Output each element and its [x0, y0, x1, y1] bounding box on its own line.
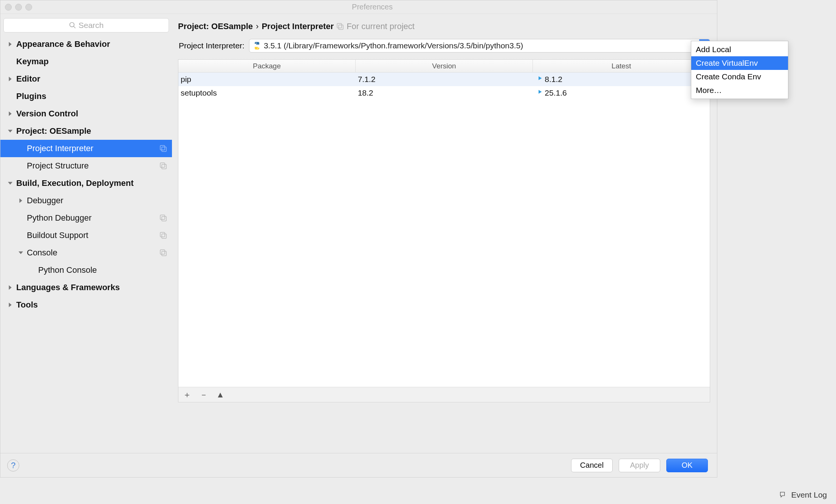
sidebar-item-label: Plugins: [16, 91, 46, 101]
sidebar-item[interactable]: Editor: [0, 70, 172, 88]
tree-arrow-icon: [7, 180, 13, 186]
table-header: Package Version Latest: [178, 60, 710, 73]
menu-item[interactable]: Add Local: [691, 43, 788, 56]
tree-arrow-icon: [7, 284, 13, 291]
sidebar-item[interactable]: Languages & Frameworks: [0, 279, 172, 296]
main-panel: Project: OESample › Project Interpreter …: [172, 14, 717, 453]
cell-latest: 25.1.6: [533, 86, 710, 99]
sidebar-item[interactable]: Appearance & Behavior: [0, 36, 172, 53]
apply-button[interactable]: Apply: [619, 459, 660, 472]
minimize-window-button[interactable]: [15, 4, 22, 11]
menu-item[interactable]: Create VirtualEnv: [691, 56, 788, 70]
breadcrumb-hint: For current project: [347, 22, 415, 31]
tree-arrow-icon: [7, 41, 13, 47]
python-icon: [252, 41, 262, 50]
cell-latest: 8.1.2: [533, 73, 710, 86]
menu-item[interactable]: More…: [691, 83, 788, 97]
tree-arrow-icon: [18, 163, 24, 169]
sidebar-item-label: Python Debugger: [27, 213, 91, 223]
preferences-dialog: Preferences Search Appearance & Behavior…: [0, 0, 717, 478]
tree-arrow-icon: [7, 302, 13, 308]
titlebar: Preferences: [0, 0, 717, 14]
sidebar-item[interactable]: Version Control: [0, 105, 172, 122]
menu-item[interactable]: Create Conda Env: [691, 70, 788, 83]
interpreter-combo[interactable]: 3.5.1 (/Library/Frameworks/Python.framew…: [249, 39, 710, 53]
sidebar-item-label: Keymap: [16, 57, 49, 66]
svg-rect-11: [162, 251, 166, 256]
col-version[interactable]: Version: [356, 60, 533, 72]
svg-rect-7: [162, 216, 166, 221]
search-input[interactable]: Search: [3, 18, 169, 32]
svg-rect-10: [160, 250, 165, 254]
sidebar-item-label: Project: OESample: [16, 126, 91, 136]
cell-version: 18.2: [356, 86, 533, 99]
project-scope-icon: [337, 23, 344, 30]
cancel-button[interactable]: Cancel: [571, 459, 613, 472]
event-log-label[interactable]: Event Log: [791, 490, 827, 499]
cell-package: setuptools: [178, 86, 356, 99]
dialog-footer: ? Cancel Apply OK: [0, 453, 717, 477]
table-toolbar: ＋ － ▲: [178, 387, 710, 402]
col-latest[interactable]: Latest: [533, 60, 710, 72]
sidebar-item[interactable]: Python Console: [0, 261, 172, 279]
remove-package-button[interactable]: －: [199, 389, 209, 400]
tree-arrow-icon: [7, 111, 13, 117]
close-window-button[interactable]: [5, 4, 12, 11]
svg-rect-4: [160, 163, 165, 167]
sidebar-item[interactable]: Project Interpreter: [0, 140, 172, 157]
tree-arrow-icon: [7, 59, 13, 65]
table-row[interactable]: setuptools18.225.1.6: [178, 86, 710, 100]
sidebar-item[interactable]: Project: OESample: [0, 122, 172, 140]
sidebar-item-label: Console: [27, 248, 57, 258]
tree-arrow-icon: [7, 128, 13, 134]
sidebar-item[interactable]: Tools: [0, 296, 172, 314]
svg-rect-6: [160, 215, 165, 220]
breadcrumb-project: Project: OESample: [178, 22, 253, 31]
breadcrumb-page: Project Interpreter: [262, 22, 334, 31]
event-log-icon: [779, 491, 787, 499]
tree-arrow-icon: [18, 232, 24, 238]
svg-line-1: [73, 26, 75, 28]
sidebar-item[interactable]: Buildout Support: [0, 227, 172, 244]
sidebar-item-label: Version Control: [16, 109, 78, 119]
add-package-button[interactable]: ＋: [182, 389, 192, 400]
svg-rect-8: [160, 232, 165, 237]
packages-table: Package Version Latest pip7.1.28.1.2setu…: [178, 59, 710, 402]
col-package[interactable]: Package: [178, 60, 356, 72]
sidebar-item-label: Appearance & Behavior: [16, 39, 110, 49]
sidebar: Search Appearance & BehaviorKeymapEditor…: [0, 14, 172, 453]
svg-rect-13: [339, 25, 343, 29]
tree-arrow-icon: [7, 76, 13, 82]
sidebar-item[interactable]: Keymap: [0, 53, 172, 70]
upgrade-package-button[interactable]: ▲: [215, 390, 225, 400]
sidebar-item[interactable]: Debugger: [0, 192, 172, 209]
tree-arrow-icon: [18, 198, 24, 204]
sidebar-item[interactable]: Build, Execution, Deployment: [0, 175, 172, 192]
cell-package: pip: [178, 73, 356, 86]
ok-button[interactable]: OK: [666, 459, 708, 472]
sidebar-item-label: Python Console: [38, 265, 97, 275]
sidebar-item[interactable]: Plugins: [0, 88, 172, 105]
sidebar-item-label: Project Interpreter: [27, 144, 93, 153]
sidebar-item-label: Debugger: [27, 196, 63, 206]
upgrade-available-icon: [535, 74, 542, 84]
tree-arrow-icon: [18, 215, 24, 221]
svg-rect-9: [162, 234, 166, 238]
svg-rect-12: [337, 23, 342, 28]
interpreter-label: Project Interpreter:: [179, 41, 245, 50]
svg-rect-5: [162, 164, 166, 169]
svg-point-0: [70, 23, 74, 27]
svg-rect-2: [160, 145, 165, 150]
window-controls: [5, 4, 32, 11]
zoom-window-button[interactable]: [25, 4, 32, 11]
sidebar-item[interactable]: Python Debugger: [0, 209, 172, 227]
help-button[interactable]: ?: [7, 459, 19, 472]
status-bar: Event Log: [779, 490, 827, 499]
search-icon: [69, 22, 76, 29]
breadcrumb-separator: ›: [256, 22, 259, 31]
table-row[interactable]: pip7.1.28.1.2: [178, 73, 710, 86]
sidebar-item[interactable]: Console: [0, 244, 172, 261]
settings-tree: Appearance & BehaviorKeymapEditorPlugins…: [0, 36, 172, 314]
window-title: Preferences: [32, 3, 712, 11]
sidebar-item[interactable]: Project Structure: [0, 157, 172, 175]
